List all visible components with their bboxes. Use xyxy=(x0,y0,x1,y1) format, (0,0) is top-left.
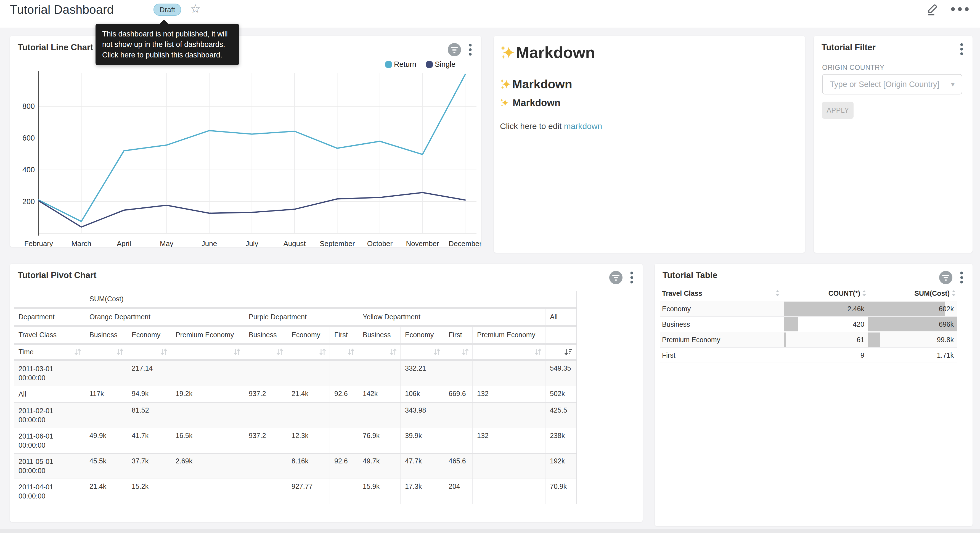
pivot-group-header: Orange Department xyxy=(85,309,244,325)
pivot-row-dim-label: Department xyxy=(14,309,85,325)
pivot-corner-cell xyxy=(14,291,85,307)
chart-filter-icon[interactable] xyxy=(609,271,622,284)
pivot-sort-cell[interactable] xyxy=(444,345,473,359)
pivot-sort-cell[interactable] xyxy=(546,345,575,359)
sort-icon[interactable] xyxy=(116,348,124,356)
pivot-class-header: Economy xyxy=(401,327,444,343)
sum-cell: 1.71k xyxy=(868,348,957,362)
sort-icon[interactable] xyxy=(160,348,167,356)
ellipsis-menu-icon[interactable] xyxy=(951,7,969,11)
pivot-value-cell: 217.14 xyxy=(127,361,171,386)
pivot-value-cell xyxy=(358,361,401,386)
pivot-row-label: 2011-04-01 00:00:00 xyxy=(14,479,85,504)
table-column-header[interactable]: SUM(Cost) xyxy=(868,286,957,301)
sort-icon[interactable] xyxy=(433,348,441,356)
page-title: Tutorial Dashboard xyxy=(10,3,114,17)
draft-badge[interactable]: Draft xyxy=(153,3,181,16)
sort-icon[interactable] xyxy=(233,348,241,356)
kebab-menu-icon[interactable] xyxy=(469,44,472,56)
draft-badge-label: Draft xyxy=(159,6,175,14)
svg-text:August: August xyxy=(283,239,306,247)
sort-icon[interactable] xyxy=(535,348,542,356)
table-column-header[interactable]: Travel Class xyxy=(660,286,784,301)
svg-text:600: 600 xyxy=(22,134,35,142)
pivot-time-label[interactable]: Time xyxy=(14,345,85,359)
origin-country-label: ORIGIN COUNTRY xyxy=(822,64,885,72)
table-card: Tutorial Table Travel ClassCOUNT(*)SUM(C… xyxy=(655,264,972,526)
svg-text:December: December xyxy=(449,239,481,247)
pivot-sort-cell[interactable] xyxy=(358,345,401,359)
markdown-h2: Markdown xyxy=(500,77,572,91)
pivot-data-row: 2011-04-01 00:00:0021.4k15.2k927.7715.9k… xyxy=(14,479,576,504)
pivot-metric-row: SUM(Cost) xyxy=(14,291,576,307)
select-placeholder: Type or Select [Origin Country] xyxy=(830,80,949,89)
sort-icon[interactable] xyxy=(390,348,397,356)
legend-item-single[interactable]: Single xyxy=(426,60,455,69)
edit-dashboard-pencil-icon[interactable] xyxy=(926,2,939,16)
single-legend-dot xyxy=(426,61,433,68)
cell-value: 9 xyxy=(861,351,868,359)
pivot-value-cell: 76.9k xyxy=(358,428,401,453)
chevron-down-icon: ▾ xyxy=(951,80,955,89)
table-row: Premium Economy6199.8k xyxy=(660,332,957,348)
sort-icon[interactable] xyxy=(347,348,355,356)
table-row: First91.71k xyxy=(660,348,957,363)
sum-cell: 696k xyxy=(868,317,957,332)
sort-icon[interactable] xyxy=(276,348,283,356)
pivot-sort-cell[interactable] xyxy=(401,345,444,359)
pivot-sort-cell[interactable] xyxy=(330,345,358,359)
pivot-value-cell xyxy=(444,403,473,428)
kebab-menu-icon[interactable] xyxy=(630,271,633,284)
pivot-class-header: Business xyxy=(358,327,401,343)
pivot-value-cell xyxy=(473,479,546,504)
pivot-value-cell: 21.4k xyxy=(85,479,127,504)
table-column-header[interactable]: COUNT(*) xyxy=(784,286,868,301)
value-bar xyxy=(868,302,945,316)
cell-value: 61 xyxy=(857,336,868,344)
pivot-value-cell: 425.5 xyxy=(546,403,575,428)
count-cell: 2.46k xyxy=(784,301,868,316)
sum-cell: 99.8k xyxy=(868,332,957,347)
count-cell: 61 xyxy=(784,332,868,347)
svg-text:400: 400 xyxy=(22,166,35,174)
pivot-value-cell: 70.9k xyxy=(546,479,575,504)
pivot-class-row: Travel ClassBusinessEconomyPremium Econo… xyxy=(14,327,576,343)
sort-icon[interactable] xyxy=(74,348,81,356)
pivot-row-label: 2011-03-01 00:00:00 xyxy=(14,361,85,386)
svg-text:March: March xyxy=(71,239,91,247)
origin-country-select[interactable]: Type or Select [Origin Country] ▾ xyxy=(822,74,963,94)
kebab-menu-icon[interactable] xyxy=(960,43,963,55)
chart-filter-icon[interactable] xyxy=(448,43,461,56)
pivot-value-cell xyxy=(473,403,546,428)
kebab-menu-icon[interactable] xyxy=(960,271,963,284)
pivot-sort-cell[interactable] xyxy=(473,345,546,359)
pivot-value-cell xyxy=(244,454,287,479)
publish-tooltip[interactable]: This dashboard is not published, it will… xyxy=(95,24,239,65)
markdown-edit-link[interactable]: markdown xyxy=(564,121,602,131)
favorite-star-icon[interactable]: ☆ xyxy=(190,2,201,16)
pivot-class-header: Business xyxy=(244,327,287,343)
legend-item-return[interactable]: Return xyxy=(385,60,416,69)
pivot-value-cell: 465.6 xyxy=(444,454,473,479)
markdown-h3: Markdown xyxy=(500,97,560,108)
pivot-sort-cell[interactable] xyxy=(287,345,330,359)
pivot-sort-cell[interactable] xyxy=(127,345,171,359)
pivot-value-cell: 94.9k xyxy=(127,386,171,402)
svg-text:July: July xyxy=(245,239,258,247)
sort-desc-icon[interactable] xyxy=(564,348,572,356)
sort-icon[interactable] xyxy=(862,290,867,297)
apply-button[interactable]: APPLY xyxy=(822,102,854,119)
sort-icon[interactable] xyxy=(775,290,780,297)
sort-icon[interactable] xyxy=(461,348,469,356)
pivot-sort-cell[interactable] xyxy=(244,345,287,359)
pivot-value-cell: 15.9k xyxy=(358,479,401,504)
chart-filter-icon[interactable] xyxy=(939,271,952,284)
value-bar xyxy=(784,332,786,347)
table-header-row: Travel ClassCOUNT(*)SUM(Cost) xyxy=(660,286,957,301)
pivot-sort-cell[interactable] xyxy=(85,345,127,359)
sort-icon[interactable] xyxy=(951,290,956,297)
pivot-sort-cell[interactable] xyxy=(171,345,244,359)
sort-icon[interactable] xyxy=(319,348,326,356)
pivot-value-cell xyxy=(330,428,358,453)
pivot-value-cell: 21.4k xyxy=(287,386,330,402)
